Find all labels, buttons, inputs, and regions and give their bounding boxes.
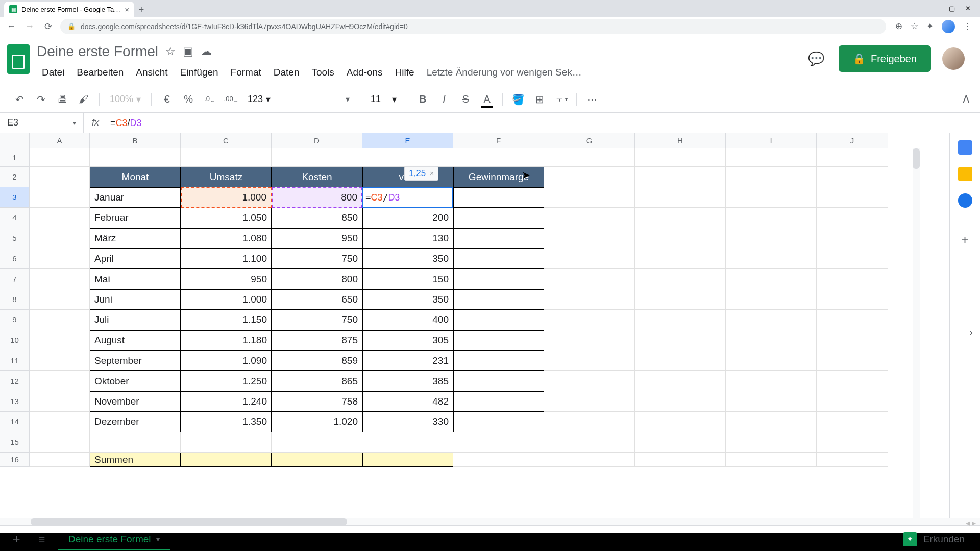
column-header-F[interactable]: F [453,133,544,148]
cell-monat[interactable]: Februar [90,208,181,228]
cell[interactable] [635,167,726,187]
cell-gewinnmarge[interactable] [453,310,544,330]
cell[interactable] [635,187,726,208]
keep-app-icon[interactable] [958,167,972,181]
cell-editing[interactable]: =C3/D3 [362,187,453,208]
cell-monat[interactable]: September [90,350,181,371]
menu-tools[interactable]: Tools [306,65,339,80]
cell[interactable] [90,432,181,453]
cell-kosten[interactable]: 750 [272,248,362,269]
cell-umsatz[interactable]: 1.000 [181,187,272,208]
zoom-select[interactable]: 100% ▾ [106,94,145,105]
header-kosten[interactable]: Kosten [272,167,362,187]
cell[interactable] [726,453,817,467]
cell[interactable] [817,289,888,310]
row-header-10[interactable]: 10 [0,330,30,350]
cell-gewinn[interactable]: 200 [362,208,453,228]
cell[interactable] [544,289,635,310]
header-monat[interactable]: Monat [90,167,181,187]
cell[interactable] [453,432,544,453]
cloud-status-icon[interactable]: ☁ [201,45,212,58]
cell-monat[interactable]: Januar [90,187,181,208]
cell-umsatz[interactable]: 1.240 [181,391,272,412]
cell-umsatz[interactable]: 1.180 [181,330,272,350]
cell-gewinnmarge[interactable] [453,412,544,432]
cell-gewinn[interactable]: 385 [362,371,453,391]
cell[interactable] [30,391,90,412]
cell[interactable] [544,187,635,208]
minimize-button[interactable]: — [932,5,939,12]
paint-format-button[interactable]: 🖌 [75,90,93,109]
horizontal-scrollbar[interactable]: ◂▸ [0,518,980,525]
row-header-3[interactable]: 3 [0,187,30,208]
cell-gewinnmarge[interactable] [453,208,544,228]
cell[interactable] [817,412,888,432]
cell-kosten[interactable]: 859 [272,350,362,371]
cell-gewinnmarge[interactable] [453,371,544,391]
cell[interactable] [30,248,90,269]
increase-decimal-button[interactable]: .00→ [222,90,240,109]
cell[interactable] [30,371,90,391]
cell-umsatz[interactable]: 1.100 [181,248,272,269]
cell[interactable] [726,187,817,208]
cell[interactable] [635,432,726,453]
cell[interactable] [30,453,90,467]
reload-button[interactable]: ⟳ [42,21,54,32]
cell-monat[interactable]: Juli [90,310,181,330]
cell[interactable] [635,391,726,412]
cell-umsatz[interactable]: 1.150 [181,310,272,330]
cell[interactable] [544,167,635,187]
cell-umsatz[interactable]: 1.350 [181,412,272,432]
cell-monat[interactable]: Oktober [90,371,181,391]
expand-side-panel-icon[interactable]: › [969,326,973,339]
menu-format[interactable]: Format [226,65,266,80]
cell[interactable] [635,208,726,228]
cell[interactable] [544,391,635,412]
cell[interactable] [726,371,817,391]
cell-gewinnmarge[interactable] [453,289,544,310]
column-header-I[interactable]: I [726,133,817,148]
row-header-8[interactable]: 8 [0,289,30,310]
cell[interactable] [181,148,272,167]
cell-gewinnmarge[interactable] [453,330,544,350]
cell-monat[interactable]: März [90,228,181,248]
cell[interactable] [635,310,726,330]
menu-file[interactable]: Datei [37,65,69,80]
cell[interactable] [362,432,453,453]
extensions-icon[interactable]: ✦ [926,21,934,32]
bold-button[interactable]: B [413,90,432,109]
cell-monat[interactable]: Dezember [90,412,181,432]
cell-gewinn[interactable]: 150 [362,269,453,289]
close-preview-icon[interactable]: × [430,169,434,178]
cell[interactable] [726,269,817,289]
cell[interactable] [635,269,726,289]
share-button[interactable]: 🔒 Freigeben [839,45,931,72]
cell[interactable] [544,310,635,330]
cell[interactable] [635,228,726,248]
cell[interactable] [362,148,453,167]
cell[interactable] [181,432,272,453]
cell[interactable] [726,228,817,248]
cell[interactable] [30,432,90,453]
forward-button[interactable]: → [23,21,36,32]
cell-gewinn[interactable]: 350 [362,248,453,269]
cell-monat[interactable]: Mai [90,269,181,289]
collapse-toolbar-button[interactable]: ᐱ [963,93,970,106]
add-app-button[interactable]: + [961,233,968,247]
menu-view[interactable]: Ansicht [131,65,173,80]
cell-kosten[interactable]: 750 [272,310,362,330]
row-header-9[interactable]: 9 [0,310,30,330]
cell[interactable] [181,453,272,467]
cell[interactable] [635,453,726,467]
cell-umsatz[interactable]: 1.090 [181,350,272,371]
cell-kosten[interactable]: 865 [272,371,362,391]
add-sheet-button[interactable]: + [7,531,26,547]
percent-button[interactable]: % [179,90,198,109]
cell-gewinn[interactable]: 305 [362,330,453,350]
star-icon[interactable]: ☆ [165,45,176,58]
row-header-16[interactable]: 16 [0,453,30,467]
cell[interactable] [30,167,90,187]
cell[interactable] [817,350,888,371]
strikethrough-button[interactable]: S [456,90,475,109]
row-header-4[interactable]: 4 [0,208,30,228]
